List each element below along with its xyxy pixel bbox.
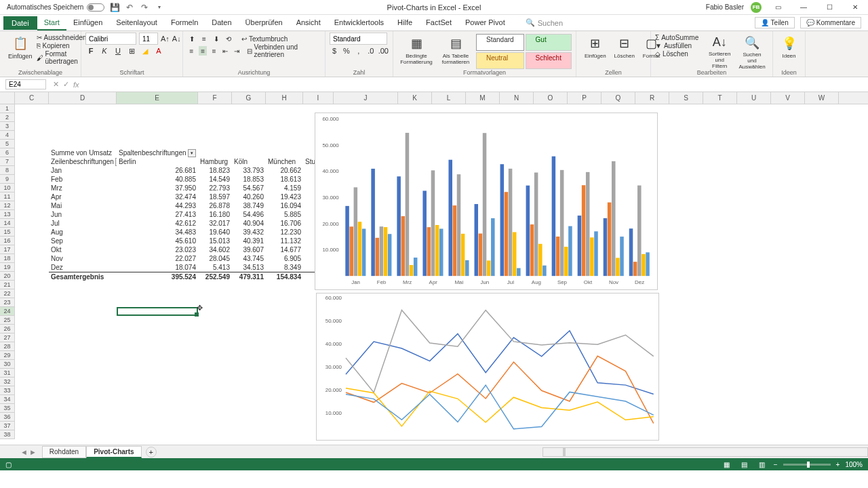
row-header[interactable]: 11 — [0, 192, 15, 201]
cell[interactable]: 14.677 — [266, 245, 303, 254]
ideas-button[interactable]: 💡Ideen — [777, 33, 801, 62]
cell[interactable]: 252.549 — [198, 272, 232, 281]
paste-button[interactable]: 📋 Einfügen — [4, 33, 37, 69]
cell[interactable]: 28.045 — [198, 254, 232, 263]
indent-dec-icon[interactable]: ⇤ — [221, 46, 230, 56]
cell[interactable]: 40.904 — [232, 219, 266, 228]
autosave-toggle[interactable]: Automatisches Speichern — [7, 3, 104, 12]
horizontal-scrollbar[interactable] — [542, 447, 868, 457]
page-break-view-icon[interactable]: ▥ — [756, 460, 768, 469]
cell[interactable]: 54.496 — [232, 210, 266, 219]
col-header[interactable]: S — [669, 92, 703, 104]
cell[interactable]: 20.662 — [266, 166, 303, 175]
col-header[interactable]: I — [303, 92, 334, 104]
cell[interactable]: 42.612 — [117, 219, 198, 228]
cell[interactable]: 22.027 — [117, 254, 198, 263]
underline-button[interactable]: U — [113, 45, 123, 56]
cell[interactable]: 27.413 — [117, 210, 198, 219]
sheet-nav-next-icon[interactable]: ► — [29, 448, 37, 456]
row-header[interactable]: 26 — [0, 325, 15, 333]
col-header[interactable]: N — [500, 92, 534, 104]
tab-power pivot[interactable]: Power Pivot — [458, 16, 512, 30]
tab-formeln[interactable]: Formeln — [164, 16, 205, 30]
cell[interactable]: 26.681 — [117, 166, 198, 175]
col-header[interactable]: D — [49, 92, 117, 104]
name-box[interactable] — [5, 79, 46, 89]
col-header[interactable]: F — [198, 92, 232, 104]
sheet-tab[interactable]: Rohdaten — [42, 446, 86, 458]
cell[interactable]: 11.132 — [266, 237, 303, 245]
cell[interactable]: Aug — [49, 228, 117, 237]
cell[interactable]: 43.745 — [232, 254, 266, 263]
cell[interactable]: 18.074 — [117, 263, 198, 272]
cell[interactable]: 16.180 — [198, 210, 232, 219]
font-color-icon[interactable]: A — [153, 45, 164, 56]
row-header[interactable]: 34 — [0, 395, 15, 404]
save-icon[interactable]: 💾 — [110, 3, 119, 12]
cell[interactable]: 40.391 — [232, 237, 266, 245]
tab-file[interactable]: Datei — [3, 16, 37, 30]
align-left-icon[interactable]: ≡ — [187, 46, 196, 56]
share-button[interactable]: 👤Teilen — [755, 17, 795, 28]
as-table-button[interactable]: ▤ Als Tabelle formatieren — [438, 33, 473, 69]
page-layout-view-icon[interactable]: ▤ — [738, 460, 751, 469]
row-header[interactable]: 15 — [0, 228, 15, 237]
cell[interactable]: Nov — [49, 254, 117, 263]
cell[interactable]: Apr — [49, 192, 117, 201]
row-header[interactable]: 22 — [0, 289, 15, 298]
bold-button[interactable]: F — [85, 45, 96, 56]
bar-chart[interactable]: 10.00020.00030.00040.00050.00060.000JanF… — [315, 113, 658, 290]
row-header[interactable]: 21 — [0, 281, 15, 289]
row-header[interactable]: 1 — [0, 104, 15, 113]
row-header[interactable]: 12 — [0, 201, 15, 210]
cell[interactable]: 38.749 — [232, 201, 266, 210]
row-header[interactable]: 13 — [0, 210, 15, 219]
sheet-nav-prev-icon[interactable]: ◄ — [20, 448, 28, 456]
cell[interactable]: 14.549 — [198, 175, 232, 184]
cell[interactable]: 18.853 — [232, 175, 266, 184]
accept-formula-icon[interactable]: ✓ — [63, 80, 69, 89]
cell[interactable]: Spaltenbeschriftungen▾ — [117, 148, 205, 157]
fill-button[interactable]: ▼Ausfüllen — [655, 42, 703, 49]
indent-inc-icon[interactable]: ⇥ — [233, 46, 241, 56]
cell[interactable]: 39.432 — [232, 228, 266, 237]
cell[interactable]: Hamburg — [198, 157, 232, 166]
cell[interactable]: 16.094 — [266, 201, 303, 210]
cell[interactable]: 26.878 — [198, 201, 232, 210]
row-header[interactable]: 32 — [0, 378, 15, 386]
style-gut[interactable]: Gut — [526, 34, 572, 51]
cell[interactable]: 12.230 — [266, 228, 303, 237]
row-header[interactable]: 17 — [0, 245, 15, 254]
tab-start[interactable]: Start — [37, 16, 66, 30]
cell[interactable]: Jan — [49, 166, 117, 175]
comments-button[interactable]: 💬Kommentare — [800, 17, 861, 28]
row-header[interactable]: 9 — [0, 175, 15, 184]
cell[interactable]: 37.950 — [117, 184, 198, 192]
cell[interactable]: 4.159 — [266, 184, 303, 192]
clear-button[interactable]: ◇Löschen — [655, 50, 703, 58]
cell[interactable]: 44.293 — [117, 201, 198, 210]
cell[interactable]: 18.597 — [198, 192, 232, 201]
row-header[interactable]: 5 — [0, 140, 15, 148]
cell[interactable]: 22.793 — [198, 184, 232, 192]
cell[interactable]: 16.706 — [266, 219, 303, 228]
col-header[interactable]: O — [534, 92, 568, 104]
col-header[interactable]: P — [568, 92, 601, 104]
cell[interactable]: 18.823 — [198, 166, 232, 175]
row-header[interactable]: 4 — [0, 131, 15, 140]
cell[interactable]: Mai — [49, 201, 117, 210]
cell[interactable]: 54.567 — [232, 184, 266, 192]
wrap-text-button[interactable]: ↩Textumbruch — [241, 35, 288, 43]
cut-button[interactable]: ✂Ausschneiden — [37, 34, 87, 41]
number-format-select[interactable] — [330, 33, 387, 45]
copy-button[interactable]: ⎘Kopieren — [37, 42, 87, 49]
row-header[interactable]: 16 — [0, 237, 15, 245]
add-sheet-button[interactable]: + — [146, 447, 157, 458]
row-header[interactable]: 30 — [0, 360, 15, 369]
select-all-corner[interactable] — [0, 92, 15, 104]
ribbon-options-icon[interactable]: ▭ — [768, 0, 787, 15]
dropdown-icon[interactable]: ▾ — [188, 149, 196, 157]
cell[interactable]: Feb — [49, 175, 117, 184]
style-standard[interactable]: Standard — [476, 34, 524, 51]
col-header[interactable]: G — [232, 92, 266, 104]
